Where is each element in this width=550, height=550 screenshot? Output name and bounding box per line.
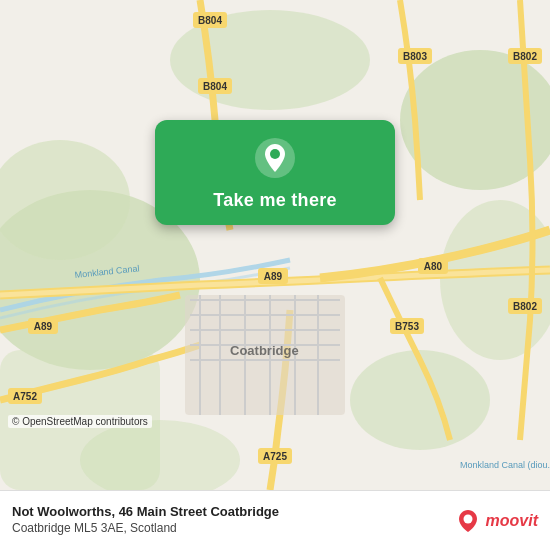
moovit-label: moovit [486, 512, 538, 530]
location-subtitle: Coatbridge ML5 3AE, Scotland [12, 521, 279, 537]
svg-text:A89: A89 [34, 321, 53, 332]
svg-text:B803: B803 [403, 51, 427, 62]
svg-text:B804: B804 [198, 15, 222, 26]
svg-text:A752: A752 [13, 391, 37, 402]
location-title: Not Woolworths, 46 Main Street Coatbridg… [12, 504, 279, 521]
svg-point-47 [270, 149, 280, 159]
take-me-there-button[interactable]: Take me there [155, 120, 395, 225]
info-bar: Not Woolworths, 46 Main Street Coatbridg… [0, 490, 550, 550]
svg-text:A725: A725 [263, 451, 287, 462]
svg-text:B802: B802 [513, 301, 537, 312]
moovit-logo: moovit [454, 507, 538, 535]
svg-text:Monkland Canal (diou...: Monkland Canal (diou... [460, 460, 550, 470]
osm-attribution: © OpenStreetMap contributors [8, 415, 152, 428]
svg-text:A80: A80 [424, 261, 443, 272]
location-pin-icon [253, 136, 297, 180]
cta-label: Take me there [213, 190, 337, 211]
svg-text:B753: B753 [395, 321, 419, 332]
svg-text:A89: A89 [264, 271, 283, 282]
svg-text:B804: B804 [203, 81, 227, 92]
map-container: B804 B804 B803 B802 A89 A89 A80 B753 B80… [0, 0, 550, 490]
svg-text:Coatbridge: Coatbridge [230, 343, 299, 358]
moovit-icon [454, 507, 482, 535]
location-info: Not Woolworths, 46 Main Street Coatbridg… [12, 504, 279, 536]
svg-text:B802: B802 [513, 51, 537, 62]
svg-point-48 [463, 514, 472, 523]
